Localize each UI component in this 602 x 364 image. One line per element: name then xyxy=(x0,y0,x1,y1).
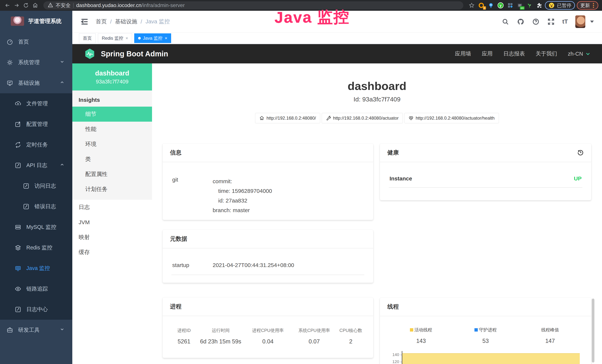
breadcrumb-home[interactable]: 首页 xyxy=(96,18,107,25)
admin-sidebar: 芋道管理系统 首页 系统管理 基础设施 文件管理 xyxy=(0,11,72,364)
briefcase-icon xyxy=(7,327,13,333)
search-icon[interactable] xyxy=(502,18,509,26)
extension-orange-icon[interactable]: 1 xyxy=(477,1,485,9)
github-icon[interactable] xyxy=(517,18,525,26)
endpoint-health-link[interactable]: http://192.168.0.2:48080/actuator/health xyxy=(404,113,499,123)
fullscreen-icon[interactable] xyxy=(547,18,555,26)
server-icon xyxy=(15,224,21,230)
sidebar-item-home[interactable]: 首页 xyxy=(0,32,72,52)
sba-menu-logs[interactable]: 日志 xyxy=(72,200,152,215)
tab-home[interactable]: 首页 xyxy=(79,33,96,43)
sidebar-item-scheduled-jobs[interactable]: 定时任务 xyxy=(0,134,72,155)
sba-menu-caches[interactable]: 缓存 xyxy=(72,245,152,260)
sba-brand[interactable]: Spring Boot Admin xyxy=(101,50,168,58)
sba-menu-mappings[interactable]: 映射 xyxy=(72,230,152,245)
close-icon[interactable]: × xyxy=(126,36,128,41)
sba-menu-metrics[interactable]: 性能 xyxy=(72,122,152,137)
sidebar-item-tracing[interactable]: 链路追踪 xyxy=(0,278,72,299)
tab-java-monitor[interactable]: Java 监控 × xyxy=(134,33,171,43)
kebab-menu-icon[interactable] xyxy=(592,3,595,8)
address-bar[interactable]: 不安全 dashboard.yudao.iocoder.cn/infra/adm… xyxy=(43,1,463,10)
user-avatar[interactable] xyxy=(575,15,585,28)
url-text[interactable]: dashboard.yudao.iocoder.cn/infra/admin-s… xyxy=(76,2,185,8)
process-table: 进程ID5261 运行时间6d 23h 15m 59s 进程CPU使用率0.04… xyxy=(172,327,364,345)
log-edit-icon xyxy=(15,162,21,169)
security-label[interactable]: 不安全 xyxy=(56,2,71,9)
history-icon[interactable] xyxy=(577,149,584,156)
sba-nav: 应用墙 应用 日志报表 关于我们 zh-CN xyxy=(455,50,591,57)
threads-chart: 140 120 100 xyxy=(389,350,582,364)
sba-menu-jvm[interactable]: JVM xyxy=(72,215,152,230)
bookmark-star-icon[interactable] xyxy=(468,1,475,9)
paused-label: 已暂停 xyxy=(557,2,571,9)
sidebar-item-config-mgmt[interactable]: 配置管理 xyxy=(0,114,72,134)
sidebar-item-api-logs[interactable]: API 日志 xyxy=(0,155,72,176)
warning-triangle-icon[interactable] xyxy=(48,2,53,8)
edit-icon xyxy=(15,121,21,127)
threads-card-title: 线程 xyxy=(387,303,399,310)
sba-nav-journal[interactable]: 日志报表 xyxy=(503,50,525,57)
sba-menu-details[interactable]: 细节 xyxy=(72,107,152,122)
instance-name: dashboard xyxy=(95,69,129,77)
cpu-cores: 2 xyxy=(337,338,364,345)
monitor-icon xyxy=(7,80,13,86)
sba-menu-scheduled-tasks[interactable]: 计划任务 xyxy=(72,182,152,197)
reload-icon[interactable] xyxy=(22,2,30,9)
sidebar-item-file-mgmt[interactable]: 文件管理 xyxy=(0,93,72,114)
health-status: UP xyxy=(574,175,582,182)
endpoint-chips: http://192.168.0.2:48080/ http://192.168… xyxy=(152,113,602,123)
sba-nav-applications[interactable]: 应用 xyxy=(482,50,493,57)
sidebar-item-log-center[interactable]: 日志中心 xyxy=(0,299,72,320)
tags-view-bar: 首页 Redis 监控 × Java 监控 × xyxy=(72,33,602,44)
url-host: dashboard.yudao.iocoder.cn xyxy=(76,2,141,8)
active-threads-area xyxy=(402,353,580,364)
endpoint-home-link[interactable]: http://192.168.0.2:48080/ xyxy=(255,113,320,123)
font-size-icon[interactable]: tT xyxy=(562,18,568,25)
update-button[interactable]: 更新 xyxy=(577,1,598,10)
grid-extension-icon[interactable] xyxy=(506,1,514,9)
sba-logo-icon xyxy=(84,48,96,60)
app-logo[interactable]: 芋道管理系统 xyxy=(0,11,72,32)
avatar-caret-icon[interactable] xyxy=(590,21,594,23)
endpoint-actuator-link[interactable]: http://192.168.0.2:48080/actuator xyxy=(322,113,403,123)
sidebar-item-mysql-monitor[interactable]: MySQL 监控 xyxy=(0,217,72,237)
sidebar-fold-icon[interactable] xyxy=(80,18,89,26)
sidebar-item-system-mgmt[interactable]: 系统管理 xyxy=(0,52,72,73)
location-pin-icon[interactable] xyxy=(487,1,495,9)
sidebar-item-error-logs[interactable]: 错误日志 xyxy=(0,196,72,217)
sidebar-item-java-monitor[interactable]: Java 监控 xyxy=(0,258,72,278)
sidebar-item-redis-monitor[interactable]: Redis 监控 xyxy=(0,237,72,258)
sidebar-item-infrastructure[interactable]: 基础设施 xyxy=(0,73,72,93)
locale-selector[interactable]: zh-CN xyxy=(568,51,591,57)
health-instance-row: Instance UP xyxy=(389,169,582,188)
help-icon[interactable] xyxy=(532,18,540,26)
tab-redis-monitor[interactable]: Redis 监控 × xyxy=(98,33,132,43)
forward-icon[interactable] xyxy=(13,2,20,9)
threads-legend: 活动线程 143 守护进程 53 线程峰值 xyxy=(389,327,582,344)
back-icon[interactable] xyxy=(4,2,11,9)
breadcrumb-infrastructure[interactable]: 基础设施 xyxy=(115,18,137,25)
system-cpu: 0.07 xyxy=(291,338,337,345)
breadcrumb-current: Java 监控 xyxy=(146,18,170,25)
sba-menu-environment[interactable]: 环境 xyxy=(72,137,152,152)
on-badge: on xyxy=(520,6,525,10)
puzzle-extensions-icon[interactable] xyxy=(535,1,543,9)
health-key: Instance xyxy=(389,175,412,182)
home-icon[interactable] xyxy=(32,2,39,9)
log-edit-icon xyxy=(23,203,29,210)
sidebar-item-access-logs[interactable]: 访问日志 xyxy=(0,176,72,196)
sba-nav-about[interactable]: 关于我们 xyxy=(536,50,557,57)
content-scrollbar-thumb[interactable] xyxy=(592,299,594,363)
sba-menu-config-props[interactable]: 配置属性 xyxy=(72,167,152,182)
paused-pill[interactable]: 已暂停 xyxy=(545,1,575,10)
process-cpu: 0.04 xyxy=(245,338,291,345)
sidebar-item-dev-tools[interactable]: 研发工具 xyxy=(0,320,72,340)
sba-menu-classes[interactable]: 类 xyxy=(72,152,152,167)
plant-extension-icon[interactable] xyxy=(526,1,533,9)
active-tab-dot xyxy=(138,37,141,40)
dark-on-extension-icon[interactable]: on xyxy=(516,1,524,9)
close-icon[interactable]: × xyxy=(165,36,167,41)
green-y-extension-icon[interactable]: y xyxy=(497,1,505,9)
daemon-threads-value: 53 xyxy=(453,338,518,344)
sba-nav-wallboard[interactable]: 应用墙 xyxy=(455,50,471,57)
